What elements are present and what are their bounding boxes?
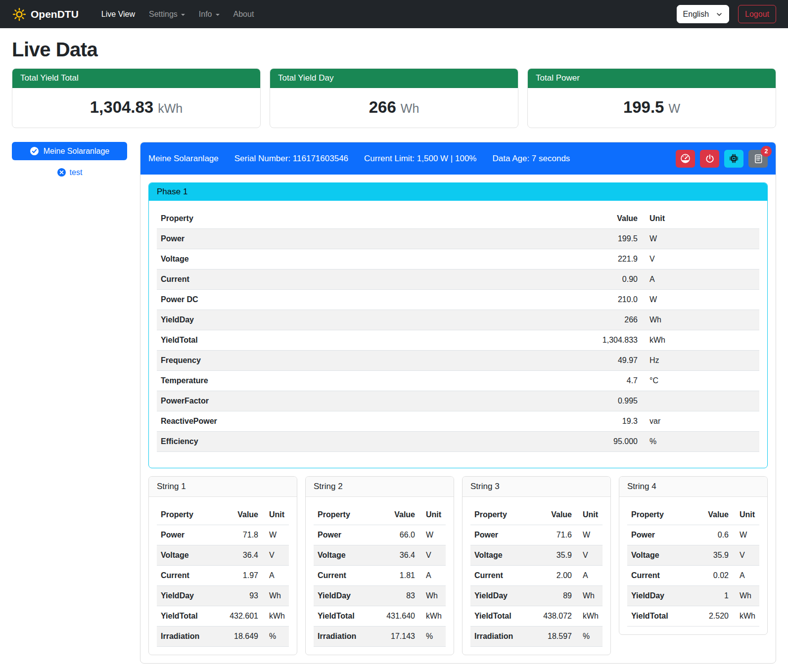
inverter-card: Meine Solaranlage Serial Number: 1161716… [140, 142, 776, 664]
row-unit: % [419, 627, 446, 647]
row-unit: V [642, 249, 759, 269]
table-row: Irradiation18.649% [157, 627, 289, 647]
nav-menu-item: About [227, 6, 261, 23]
row-value: 431.640 [371, 606, 419, 627]
string-card-body: Property Value Unit Power71.6WVoltage35.… [463, 497, 610, 647]
language-select-value: English [683, 10, 709, 19]
inverter-data-age: Data Age: 7 seconds [492, 154, 570, 164]
nav-menu-item: Settings [142, 6, 192, 23]
nav-item-about[interactable]: About [227, 6, 261, 23]
table-row: Voltage35.9V [627, 545, 759, 566]
table-row: Power66.0W [314, 525, 446, 545]
row-unit: Wh [576, 586, 603, 606]
string-card: String 4 Property Value Unit Power0.6WVo… [619, 476, 768, 635]
string-table: Property Value Unit Power66.0WVoltage36.… [314, 505, 446, 647]
column-unit: Unit [262, 505, 289, 525]
inverter-link-test[interactable]: test [12, 168, 127, 177]
row-property: Current [157, 269, 582, 290]
string-card: String 3 Property Value Unit Power71.6WV… [462, 476, 611, 655]
nav-item-settings[interactable]: Settings [142, 6, 192, 23]
phase-table: Property Value Unit Power199.5WVoltage22… [157, 209, 759, 452]
row-unit: W [419, 525, 446, 545]
row-unit [642, 391, 759, 411]
row-unit: W [733, 525, 759, 545]
row-property: Current [470, 566, 528, 586]
row-unit: W [262, 525, 289, 545]
nav-item-label: Settings [149, 10, 178, 19]
row-property: Irradiation [470, 627, 528, 647]
row-value: 17.143 [371, 627, 419, 647]
nav-item-info[interactable]: Info [192, 6, 227, 23]
language-select[interactable]: English [677, 5, 729, 23]
table-row: Power199.5W [157, 229, 759, 249]
row-property: Irradiation [314, 627, 371, 647]
row-property: Current [157, 566, 215, 586]
summary-card-body: 1,304.83 kWh [12, 88, 260, 128]
row-value: 1 [685, 586, 733, 606]
column-property: Property [470, 505, 528, 525]
row-unit: °C [642, 371, 759, 391]
row-property: Current [627, 566, 685, 586]
summary-card-total-yield-total: Total Yield Total 1,304.83 kWh [12, 68, 261, 128]
column-value: Value [215, 505, 262, 525]
row-value: 18.649 [215, 627, 262, 647]
row-value: 438.072 [528, 606, 576, 627]
event-log-button[interactable]: 2 [748, 150, 768, 168]
nav-item-live-view[interactable]: Live View [94, 6, 142, 23]
row-unit: % [262, 627, 289, 647]
inverter-button-label: Meine Solaranlage [44, 147, 109, 156]
row-value: 210.0 [582, 290, 642, 310]
row-property: ReactivePower [157, 411, 582, 432]
navbar: OpenDTU Live ViewSettingsInfoAbout Engli… [0, 0, 788, 28]
speedometer-icon [680, 153, 691, 164]
limit-settings-button[interactable] [676, 150, 695, 168]
device-info-button[interactable] [724, 150, 743, 168]
row-value: 1,304.833 [582, 330, 642, 351]
row-value: 0.995 [582, 391, 642, 411]
row-value: 1.97 [215, 566, 262, 586]
summary-card-body: 266 Wh [270, 88, 518, 128]
string-card: String 2 Property Value Unit Power66.0WV… [305, 476, 454, 655]
chevron-down-icon [216, 14, 220, 16]
summary-card-total-power: Total Power 199.5 W [527, 68, 776, 128]
column-property: Property [157, 209, 582, 229]
inverter-button-selected[interactable]: Meine Solaranlage [12, 142, 127, 160]
table-row: Current1.81A [314, 566, 446, 586]
table-row: Current1.97A [157, 566, 289, 586]
row-value: 0.6 [685, 525, 733, 545]
table-header-row: Property Value Unit [157, 209, 759, 229]
phase-panel-body: Property Value Unit Power199.5WVoltage22… [149, 201, 767, 468]
chevron-down-icon [181, 14, 185, 16]
row-unit: Hz [642, 351, 759, 371]
row-value: 89 [528, 586, 576, 606]
column-unit: Unit [733, 505, 759, 525]
table-row: Power71.8W [157, 525, 289, 545]
row-unit: V [419, 545, 446, 566]
table-row: Power DC210.0W [157, 290, 759, 310]
sun-icon [12, 7, 27, 22]
string-card-title: String 3 [463, 477, 610, 497]
phase-panel-title: Phase 1 [149, 183, 767, 201]
inverter-link-label: test [70, 168, 83, 177]
brand-link[interactable]: OpenDTU [12, 7, 79, 22]
row-property: Voltage [627, 545, 685, 566]
row-value: 66.0 [371, 525, 419, 545]
row-property: Power [157, 229, 582, 249]
row-unit: W [642, 229, 759, 249]
brand-label: OpenDTU [31, 8, 79, 20]
column-value: Value [685, 505, 733, 525]
row-unit: W [576, 525, 603, 545]
row-property: YieldTotal [157, 330, 582, 351]
power-button[interactable] [700, 150, 719, 168]
row-unit: % [576, 627, 603, 647]
column-unit: Unit [419, 505, 446, 525]
row-unit: A [642, 269, 759, 290]
nav-item-label: Info [199, 10, 212, 19]
row-property: Frequency [157, 351, 582, 371]
logout-button[interactable]: Logout [738, 5, 776, 23]
row-property: Power [314, 525, 371, 545]
table-header-row: Property Value Unit [314, 505, 446, 525]
nav-menu-item: Live View [94, 6, 142, 23]
row-value: 0.90 [582, 269, 642, 290]
summary-card-title: Total Yield Total [12, 69, 260, 88]
